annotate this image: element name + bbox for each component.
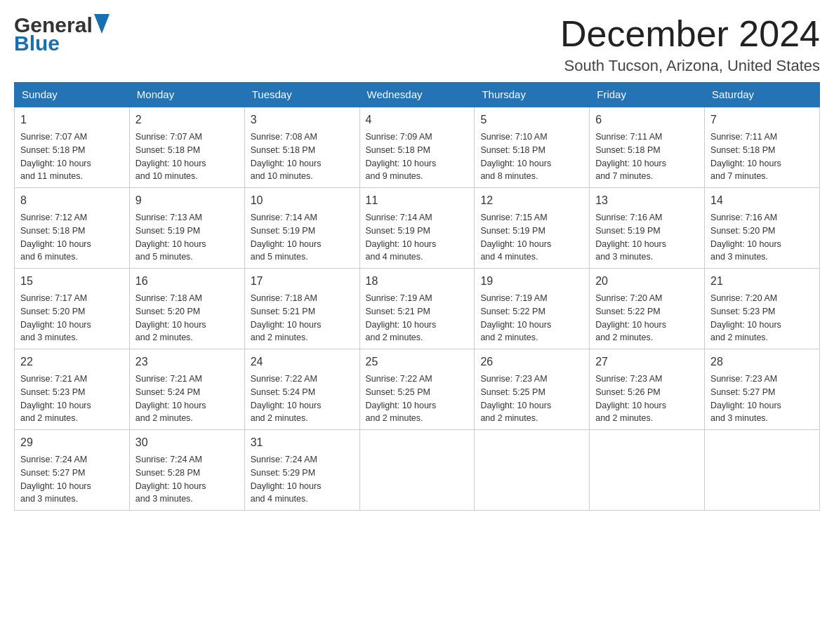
calendar-cell: 8Sunrise: 7:12 AMSunset: 5:18 PMDaylight… [15,188,130,269]
calendar-cell: 14Sunrise: 7:16 AMSunset: 5:20 PMDayligh… [705,188,820,269]
calendar-cell: 31Sunrise: 7:24 AMSunset: 5:29 PMDayligh… [244,430,359,511]
day-number: 4 [366,112,469,128]
day-info: Sunrise: 7:18 AMSunset: 5:21 PMDaylight:… [251,292,354,344]
day-info: Sunrise: 7:21 AMSunset: 5:24 PMDaylight:… [135,373,239,425]
day-info: Sunrise: 7:23 AMSunset: 5:27 PMDaylight:… [710,373,814,425]
calendar-cell: 11Sunrise: 7:14 AMSunset: 5:19 PMDayligh… [359,188,475,269]
logo-arrow-icon [94,14,110,34]
logo-blue: Blue [14,32,60,55]
day-number: 13 [595,192,699,209]
calendar-cell: 30Sunrise: 7:24 AMSunset: 5:28 PMDayligh… [129,430,244,511]
day-info: Sunrise: 7:24 AMSunset: 5:29 PMDaylight:… [251,453,354,506]
col-saturday: Saturday [705,83,820,107]
day-number: 18 [366,273,469,290]
day-number: 3 [251,112,354,128]
day-number: 20 [595,273,699,290]
calendar-cell: 3Sunrise: 7:08 AMSunset: 5:18 PMDaylight… [244,107,359,188]
day-info: Sunrise: 7:09 AMSunset: 5:18 PMDaylight:… [366,130,469,183]
day-number: 2 [135,112,239,128]
header-row: Sunday Monday Tuesday Wednesday Thursday… [15,83,820,107]
day-number: 9 [135,192,239,209]
day-info: Sunrise: 7:16 AMSunset: 5:19 PMDaylight:… [595,211,699,264]
calendar-cell: 17Sunrise: 7:18 AMSunset: 5:21 PMDayligh… [244,269,359,349]
day-info: Sunrise: 7:10 AMSunset: 5:18 PMDaylight:… [480,130,583,183]
col-wednesday: Wednesday [359,83,475,107]
calendar-cell: 22Sunrise: 7:21 AMSunset: 5:23 PMDayligh… [15,349,130,430]
day-number: 1 [20,112,124,128]
calendar-cell: 26Sunrise: 7:23 AMSunset: 5:25 PMDayligh… [475,349,590,430]
calendar-cell [705,430,820,511]
svg-marker-0 [94,14,110,34]
calendar-cell: 18Sunrise: 7:19 AMSunset: 5:21 PMDayligh… [359,269,475,349]
calendar-cell: 7Sunrise: 7:11 AMSunset: 5:18 PMDaylight… [705,107,820,188]
col-thursday: Thursday [475,83,590,107]
calendar-cell: 24Sunrise: 7:22 AMSunset: 5:24 PMDayligh… [244,349,359,430]
calendar-cell: 27Sunrise: 7:23 AMSunset: 5:26 PMDayligh… [590,349,705,430]
day-info: Sunrise: 7:22 AMSunset: 5:25 PMDaylight:… [366,373,469,425]
day-info: Sunrise: 7:07 AMSunset: 5:18 PMDaylight:… [135,130,239,183]
day-number: 11 [366,192,469,209]
col-monday: Monday [129,83,244,107]
day-info: Sunrise: 7:23 AMSunset: 5:25 PMDaylight:… [480,373,583,425]
day-info: Sunrise: 7:14 AMSunset: 5:19 PMDaylight:… [251,211,354,264]
location-title: South Tucson, Arizona, United States [560,57,820,75]
calendar-table: Sunday Monday Tuesday Wednesday Thursday… [14,82,820,511]
day-number: 31 [251,434,354,451]
calendar-cell: 15Sunrise: 7:17 AMSunset: 5:20 PMDayligh… [15,269,130,349]
day-info: Sunrise: 7:07 AMSunset: 5:18 PMDaylight:… [20,130,124,183]
calendar-cell: 28Sunrise: 7:23 AMSunset: 5:27 PMDayligh… [705,349,820,430]
day-info: Sunrise: 7:17 AMSunset: 5:20 PMDaylight:… [20,292,124,344]
day-info: Sunrise: 7:19 AMSunset: 5:22 PMDaylight:… [480,292,583,344]
day-number: 15 [20,273,124,290]
day-info: Sunrise: 7:18 AMSunset: 5:20 PMDaylight:… [135,292,239,344]
day-number: 17 [251,273,354,290]
col-tuesday: Tuesday [244,83,359,107]
day-info: Sunrise: 7:08 AMSunset: 5:18 PMDaylight:… [251,130,354,183]
col-friday: Friday [590,83,705,107]
calendar-week-row: 22Sunrise: 7:21 AMSunset: 5:23 PMDayligh… [15,349,820,430]
day-number: 16 [135,273,239,290]
day-info: Sunrise: 7:24 AMSunset: 5:27 PMDaylight:… [20,453,124,506]
day-info: Sunrise: 7:15 AMSunset: 5:19 PMDaylight:… [480,211,583,264]
day-number: 23 [135,354,239,370]
calendar-cell: 16Sunrise: 7:18 AMSunset: 5:20 PMDayligh… [129,269,244,349]
calendar-cell: 6Sunrise: 7:11 AMSunset: 5:18 PMDaylight… [590,107,705,188]
title-block: December 2024 South Tucson, Arizona, Uni… [560,14,820,75]
day-number: 6 [595,112,699,128]
calendar-cell: 21Sunrise: 7:20 AMSunset: 5:23 PMDayligh… [705,269,820,349]
day-number: 5 [480,112,583,128]
day-info: Sunrise: 7:13 AMSunset: 5:19 PMDaylight:… [135,211,239,264]
calendar-cell: 23Sunrise: 7:21 AMSunset: 5:24 PMDayligh… [129,349,244,430]
day-number: 7 [710,112,814,128]
day-info: Sunrise: 7:20 AMSunset: 5:23 PMDaylight:… [710,292,814,344]
calendar-cell: 29Sunrise: 7:24 AMSunset: 5:27 PMDayligh… [15,430,130,511]
day-info: Sunrise: 7:11 AMSunset: 5:18 PMDaylight:… [710,130,814,183]
calendar-week-row: 29Sunrise: 7:24 AMSunset: 5:27 PMDayligh… [15,430,820,511]
calendar-cell: 19Sunrise: 7:19 AMSunset: 5:22 PMDayligh… [475,269,590,349]
calendar-cell: 9Sunrise: 7:13 AMSunset: 5:19 PMDaylight… [129,188,244,269]
day-number: 22 [20,354,124,370]
day-info: Sunrise: 7:11 AMSunset: 5:18 PMDaylight:… [595,130,699,183]
calendar-cell: 5Sunrise: 7:10 AMSunset: 5:18 PMDaylight… [475,107,590,188]
month-title: December 2024 [560,14,820,54]
day-number: 30 [135,434,239,451]
day-info: Sunrise: 7:21 AMSunset: 5:23 PMDaylight:… [20,373,124,425]
calendar-cell: 25Sunrise: 7:22 AMSunset: 5:25 PMDayligh… [359,349,475,430]
day-number: 27 [595,354,699,370]
day-number: 21 [710,273,814,290]
logo: General Blue [14,14,111,55]
day-info: Sunrise: 7:19 AMSunset: 5:21 PMDaylight:… [366,292,469,344]
calendar-cell: 4Sunrise: 7:09 AMSunset: 5:18 PMDaylight… [359,107,475,188]
day-number: 14 [710,192,814,209]
day-number: 12 [480,192,583,209]
day-info: Sunrise: 7:23 AMSunset: 5:26 PMDaylight:… [595,373,699,425]
calendar-cell [359,430,475,511]
day-info: Sunrise: 7:16 AMSunset: 5:20 PMDaylight:… [710,211,814,264]
day-number: 10 [251,192,354,209]
calendar-cell [590,430,705,511]
calendar-week-row: 1Sunrise: 7:07 AMSunset: 5:18 PMDaylight… [15,107,820,188]
day-info: Sunrise: 7:20 AMSunset: 5:22 PMDaylight:… [595,292,699,344]
calendar-week-row: 8Sunrise: 7:12 AMSunset: 5:18 PMDaylight… [15,188,820,269]
day-number: 19 [480,273,583,290]
calendar-cell [475,430,590,511]
